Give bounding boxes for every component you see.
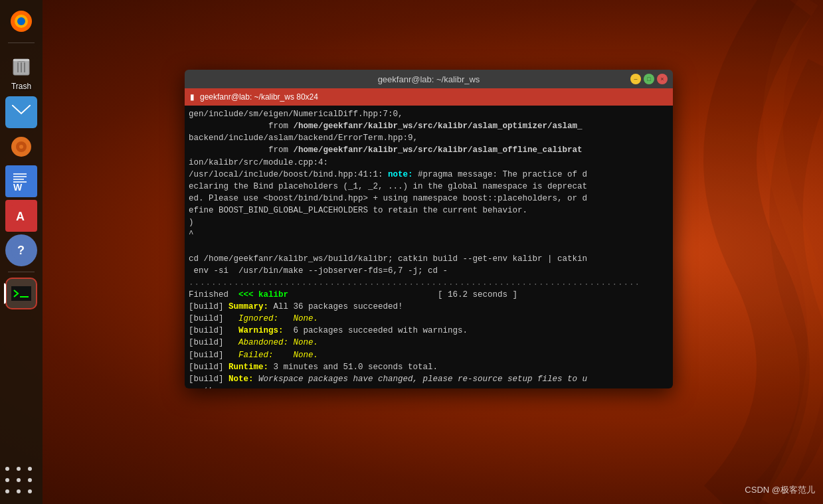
term-line-10: ) [189, 216, 669, 228]
term-line-abandoned: [build] Abandoned: None. [189, 337, 669, 349]
terminal-tab-icon: ▮ [190, 92, 195, 102]
apps-dot-5 [17, 478, 21, 482]
trash-container: Trash [4, 48, 39, 94]
apps-dot-9 [28, 489, 32, 493]
term-line-6: /usr/local/include/boost/bind.hpp:41:1: … [189, 169, 669, 181]
term-line-7: eclaring the Bind placeholders (_1, _2, … [189, 181, 669, 193]
taskbar-icon-apt[interactable]: A [5, 200, 37, 232]
taskbar-icon-firefox[interactable] [5, 5, 37, 37]
terminal-titlebar: geekfanr@lab: ~/kalibr_ws – □ × [185, 70, 673, 88]
help-svg: ? [11, 240, 32, 261]
svg-rect-15 [13, 176, 27, 177]
term-line-summary: [build] Summary: All 36 packages succeed… [189, 301, 669, 313]
term-line-9: efine BOOST_BIND_GLOBAL_PLACEHOLDERS to … [189, 205, 669, 216]
terminal-body[interactable]: gen/include/sm/eigen/NumericalDiff.hpp:7… [185, 106, 673, 388]
term-line-3: backend/include/aslam/backend/ErrorTerm.… [189, 132, 669, 144]
terminal-svg [11, 286, 31, 301]
terminal-window-controls: – □ × [630, 74, 668, 84]
term-line-warnings: [build] Warnings: 6 packages succeeded w… [189, 325, 669, 337]
term-line-finished: Finished <<< kalibr [ 16.2 seconds ] [189, 289, 669, 301]
watermark: CSDN @极客范儿 [745, 484, 815, 496]
term-line-dots: ........................................… [189, 277, 669, 289]
apps-dot-7 [5, 489, 9, 493]
term-line-14: env -si /usr/bin/make --jobserver-fds=6,… [189, 265, 669, 277]
svg-point-2 [17, 17, 25, 25]
taskbar-separator-2 [8, 272, 35, 272]
taskbar-icon-terminal[interactable] [5, 278, 37, 309]
svg-text:?: ? [17, 244, 25, 257]
apps-dot-2 [17, 467, 21, 471]
taskbar-icon-sound[interactable] [5, 131, 37, 163]
term-line-2: from /home/geekfanr/kalibr_ws/src/kalibr… [189, 120, 669, 132]
svg-rect-8 [13, 59, 29, 61]
terminal-window: geekfanr@lab: ~/kalibr_ws – □ × ▮ geekfa… [185, 70, 673, 388]
trash-icon[interactable] [7, 51, 36, 80]
apps-dot-3 [28, 467, 32, 471]
svg-text:W: W [13, 182, 23, 193]
svg-rect-23 [11, 286, 31, 301]
taskbar-icon-help[interactable]: ? [5, 234, 37, 266]
terminal-close-button[interactable]: × [657, 74, 668, 84]
apt-svg: A [11, 205, 32, 226]
taskbar-separator-1 [8, 42, 35, 43]
terminal-tabbar: ▮ geekfanr@lab: ~/kalibr_ws 80x24 [185, 88, 673, 106]
term-line-note2: se them. [189, 385, 669, 388]
apps-dot-1 [5, 467, 9, 471]
term-line-note: [build] Note: Workspace packages have ch… [189, 373, 669, 385]
svg-point-12 [19, 145, 23, 149]
term-line-12 [189, 240, 669, 252]
taskbar-icon-writer[interactable]: W [5, 165, 37, 197]
term-line-5: ion/kalibr/src/module.cpp:4: [189, 157, 669, 169]
taskbar-icon-mail[interactable] [5, 96, 37, 128]
taskbar: Trash W A [0, 0, 43, 504]
apps-dot-8 [17, 489, 21, 493]
term-line-8: ed. Please use <boost/bind/bind.hpp> + u… [189, 193, 669, 205]
terminal-maximize-button[interactable]: □ [644, 74, 654, 84]
mail-svg [12, 105, 31, 120]
terminal-tab-label: geekfanr@lab: ~/kalibr_ws 80x24 [200, 92, 318, 102]
apps-dot-4 [5, 478, 9, 482]
term-line-ignored: [build] Ignored: None. [189, 313, 669, 325]
term-line-11: ^ [189, 228, 669, 240]
apps-dot-6 [28, 478, 32, 482]
term-line-13: cd /home/geekfanr/kalibr_ws/build/kalibr… [189, 253, 669, 265]
trash-label: Trash [11, 82, 31, 91]
trash-svg [11, 54, 32, 78]
term-line-4: from /home/geekfanr/kalibr_ws/src/kalibr… [189, 144, 669, 156]
svg-text:A: A [16, 210, 25, 223]
term-line-failed: [build] Failed: None. [189, 349, 669, 361]
svg-rect-14 [13, 173, 27, 175]
terminal-minimize-button[interactable]: – [630, 74, 641, 84]
svg-rect-16 [13, 179, 24, 180]
terminal-title: geekfanr@lab: ~/kalibr_ws [378, 74, 480, 84]
term-line-1: gen/include/sm/eigen/NumericalDiff.hpp:7… [189, 108, 669, 120]
apps-grid-button[interactable] [5, 467, 37, 499]
term-line-runtime: [build] Runtime: 3 minutes and 51.0 seco… [189, 361, 669, 373]
sound-svg [11, 136, 32, 157]
writer-svg: W [11, 169, 32, 193]
